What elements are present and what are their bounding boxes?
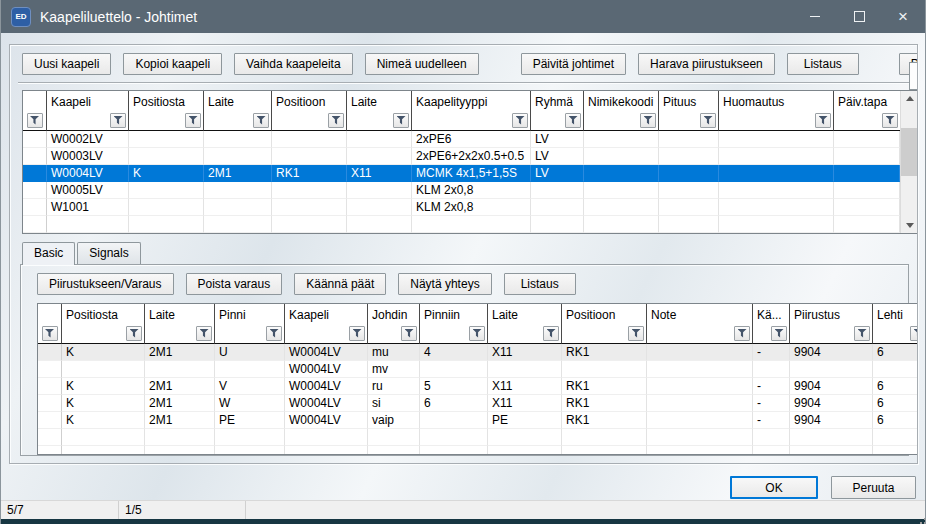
rename-button[interactable]: Nimeä uudelleen (365, 53, 479, 75)
col-header-laite-from[interactable]: Laite (204, 91, 272, 110)
col-header-positioon[interactable]: Positioon (272, 91, 347, 110)
tab-signals[interactable]: Signals (77, 242, 140, 264)
cut-off-control (909, 62, 918, 90)
filter-button[interactable] (910, 326, 918, 341)
close-button[interactable]: × (881, 0, 925, 33)
listing-button-2[interactable]: Listaus (504, 273, 576, 295)
wire-row[interactable]: K 2M1 PE W0004LV vaip PE RK1 - 9904 6 (38, 412, 918, 429)
filter-icon (775, 329, 784, 338)
cell: X11 (488, 378, 562, 395)
swap-cables-button[interactable]: Vaihda kaapeleita (234, 53, 353, 75)
col-header-laite-to[interactable]: Laite (488, 304, 562, 323)
filter-button[interactable] (185, 113, 201, 128)
wire-row[interactable]: W0004LV mv (38, 361, 918, 378)
filter-button[interactable] (196, 326, 212, 341)
filter-button[interactable] (328, 113, 344, 128)
filter-button[interactable] (110, 113, 126, 128)
col-header-positiosta[interactable]: Positiosta (129, 91, 204, 110)
cell: LV (531, 165, 584, 182)
col-header-nimikekoodi[interactable]: Nimikekoodi (584, 91, 659, 110)
col-header-johdin[interactable]: Johdin (368, 304, 420, 323)
scroll-track[interactable] (901, 106, 918, 218)
filter-icon (114, 116, 123, 125)
cable-row-selected[interactable]: W0004LV K 2M1 RK1 X11 MCMK 4x1,5+1,5S LV (23, 165, 900, 182)
update-wires-button[interactable]: Päivitä johtimet (521, 53, 626, 75)
col-header-kaapeli[interactable]: Kaapeli (285, 304, 368, 323)
filter-button[interactable] (126, 326, 142, 341)
cell: 9904 (790, 378, 873, 395)
cell (272, 148, 347, 165)
filter-button[interactable] (469, 326, 485, 341)
filter-button[interactable] (253, 113, 269, 128)
resize-grip[interactable] (920, 514, 922, 516)
scroll-thumb[interactable] (901, 128, 918, 176)
minimize-button[interactable] (793, 0, 837, 33)
filter-icon (257, 116, 266, 125)
cables-scrollbar[interactable] (900, 91, 918, 233)
row-indicator (38, 344, 62, 361)
flip-ends-button[interactable]: Käännä päät (294, 273, 386, 295)
to-drawing-reserve-button[interactable]: Piirustukseen/Varaus (37, 273, 174, 295)
scroll-up-button[interactable] (901, 91, 918, 106)
filter-button[interactable] (815, 113, 831, 128)
col-header-pinniin[interactable]: Pinniin (420, 304, 488, 323)
filter-button[interactable] (771, 326, 787, 341)
scroll-down-button[interactable] (901, 218, 918, 233)
filter-button[interactable] (734, 326, 750, 341)
filter-button[interactable] (854, 326, 870, 341)
cell (531, 182, 584, 199)
wire-row[interactable]: K 2M1 W W0004LV si 6 X11 RK1 - 9904 6 (38, 395, 918, 412)
col-header-positiosta[interactable]: Positiosta (62, 304, 145, 323)
cell (719, 182, 834, 199)
cable-row[interactable]: W0003LV 2xPE6+2x2x0.5+0.5 LV (23, 148, 900, 165)
cell (719, 148, 834, 165)
filter-button[interactable] (512, 113, 528, 128)
wire-row-current[interactable]: K 2M1 U W0004LV mu 4 X11 RK1 - 9904 6 (38, 344, 918, 361)
cable-row[interactable]: W0005LV KLM 2x0,8 (23, 182, 900, 199)
cell (647, 361, 753, 378)
filter-button[interactable] (628, 326, 644, 341)
cable-row[interactable]: W0002LV 2xPE6 LV (23, 131, 900, 148)
wire-row[interactable]: K 2M1 V W0004LV ru 5 X11 RK1 - 9904 6 (38, 378, 918, 395)
col-header-laite-to[interactable]: Laite (347, 91, 412, 110)
col-header-positioon[interactable]: Positioon (562, 304, 647, 323)
maximize-button[interactable] (837, 0, 881, 33)
col-header-note[interactable]: Note (647, 304, 753, 323)
col-header-lehti[interactable]: Lehti (873, 304, 918, 323)
tab-basic[interactable]: Basic (22, 242, 75, 265)
filter-button[interactable] (401, 326, 417, 341)
filter-button[interactable] (349, 326, 365, 341)
col-header-ka[interactable]: Kä... (753, 304, 790, 323)
filter-button[interactable] (700, 113, 716, 128)
cable-row[interactable]: W1001 KLM 2x0,8 (23, 199, 900, 216)
filter-button[interactable] (27, 113, 43, 128)
filter-button[interactable] (565, 113, 581, 128)
col-header-laite-from[interactable]: Laite (145, 304, 215, 323)
status-spacer (246, 501, 925, 519)
filter-button[interactable] (882, 113, 898, 128)
col-header-pituus[interactable]: Pituus (659, 91, 719, 110)
col-header-kaapeli[interactable]: Kaapeli (47, 91, 129, 110)
remove-reserve-button[interactable]: Poista varaus (186, 273, 283, 295)
col-header-kaapelityyppi[interactable]: Kaapelityyppi (412, 91, 531, 110)
cell (647, 344, 753, 361)
col-header-pinni[interactable]: Pinni (215, 304, 285, 323)
rake-to-drawing-button[interactable]: Harava piirustukseen (638, 53, 775, 75)
cancel-button[interactable]: Peruuta (831, 476, 916, 499)
copy-cable-button[interactable]: Kopioi kaapeli (123, 53, 222, 75)
col-header-huomautus[interactable]: Huomautus (719, 91, 834, 110)
show-connection-button[interactable]: Näytä yhteys (398, 273, 491, 295)
filter-button[interactable] (543, 326, 559, 341)
filter-button[interactable] (266, 326, 282, 341)
col-header-paiv-tapa[interactable]: Päiv.tapa (834, 91, 900, 110)
cell: KLM 2x0,8 (412, 182, 531, 199)
filter-button[interactable] (640, 113, 656, 128)
filter-button[interactable] (42, 326, 58, 341)
ok-button[interactable]: OK (730, 476, 818, 499)
filter-button[interactable] (393, 113, 409, 128)
cell: RK1 (562, 395, 647, 412)
new-cable-button[interactable]: Uusi kaapeli (22, 53, 111, 75)
col-header-piirustus[interactable]: Piirustus (790, 304, 873, 323)
listing-button[interactable]: Listaus (787, 53, 859, 75)
col-header-ryhma[interactable]: Ryhmä (531, 91, 584, 110)
